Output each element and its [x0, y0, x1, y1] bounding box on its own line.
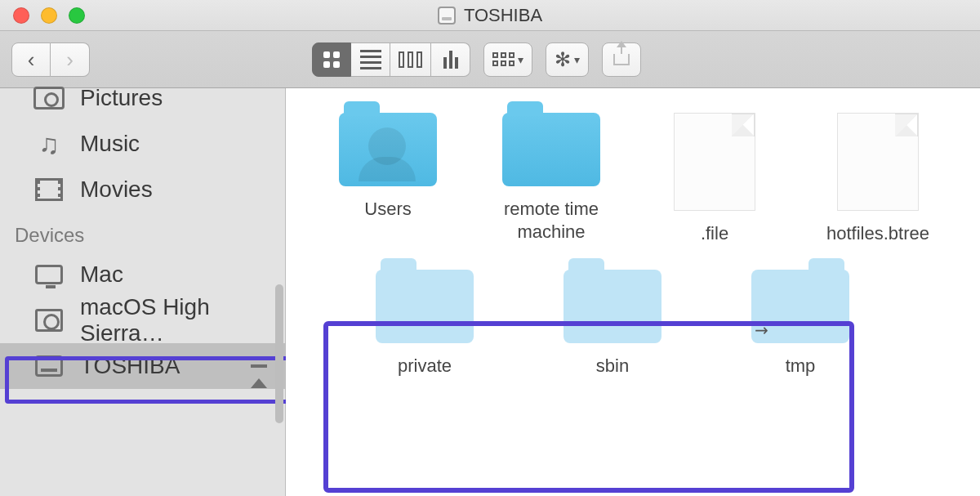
folder-sbin[interactable]: sbin [523, 270, 702, 378]
folder-remote-time-machine[interactable]: remote time machine [474, 113, 629, 245]
sidebar-item-toshiba[interactable]: TOSHIBA [0, 343, 285, 389]
group-by-button[interactable]: ▾ [483, 42, 532, 77]
sidebar-item-label: TOSHIBA [80, 353, 180, 379]
chevron-down-icon: ▾ [518, 53, 523, 66]
folder-private[interactable]: private [335, 270, 514, 378]
disk-icon [438, 7, 456, 25]
monitor-icon [33, 261, 65, 288]
eject-button[interactable] [251, 353, 267, 379]
share-icon [613, 54, 630, 65]
fullscreen-window-button[interactable] [69, 7, 85, 24]
group-icon [492, 52, 514, 66]
user-silhouette-icon [368, 127, 406, 165]
item-label: sbin [596, 355, 629, 378]
window-controls [13, 7, 85, 24]
folder-icon [564, 270, 662, 343]
alias-arrow-icon: ↗ [750, 318, 773, 342]
grid-icon [323, 51, 340, 68]
list-icon [360, 50, 381, 69]
nav-buttons: ‹ › [11, 42, 90, 77]
item-label: remote time machine [474, 198, 629, 243]
gear-icon: ✻ [555, 48, 571, 71]
item-label: private [398, 355, 452, 378]
document-icon [674, 113, 755, 211]
sidebar-item-music[interactable]: ♫ Music [0, 121, 285, 167]
action-menu-button[interactable]: ✻ ▾ [546, 42, 589, 77]
gallery-icon [443, 51, 458, 69]
sidebar-section-devices: Devices [0, 212, 285, 252]
item-label: tmp [786, 355, 816, 378]
close-window-button[interactable] [13, 7, 29, 24]
sidebar-item-label: macOS High Sierra… [80, 294, 267, 346]
window-title-text: TOSHIBA [464, 5, 542, 26]
item-label: hotfiles.btree [826, 222, 929, 245]
sidebar-item-label: Music [80, 131, 140, 157]
sidebar-item-label: Pictures [80, 85, 163, 111]
document-icon [837, 113, 919, 211]
folder-icon [376, 270, 474, 343]
sidebar-item-pictures[interactable]: Pictures [0, 75, 285, 121]
column-view-button[interactable] [390, 42, 431, 77]
folder-users[interactable]: Users [310, 113, 466, 245]
columns-icon [399, 51, 422, 68]
sidebar-item-mac[interactable]: Mac [0, 252, 285, 297]
content-pane: Users remote time machine .file hotfiles… [286, 88, 980, 496]
camera-icon [33, 84, 65, 112]
item-label: Users [364, 198, 411, 221]
view-mode-buttons [312, 42, 470, 77]
chevron-left-icon: ‹ [28, 49, 35, 70]
music-icon: ♫ [33, 130, 65, 158]
icon-grid-row2: private sbin ↗ tmp [310, 253, 956, 402]
sidebar-item-movies[interactable]: Movies [0, 167, 285, 212]
share-button[interactable] [602, 42, 641, 77]
sidebar-item-label: Mac [80, 261, 123, 288]
chevron-down-icon: ▾ [574, 53, 580, 66]
forward-button[interactable]: › [51, 42, 90, 77]
sidebar-item-macos-installer[interactable]: macOS High Sierra… [0, 297, 285, 343]
external-disk-icon [33, 352, 65, 380]
item-label: .file [701, 222, 728, 245]
folder-icon: ↗ [751, 270, 849, 343]
hdd-icon [33, 306, 65, 334]
sidebar-scrollbar[interactable] [275, 284, 283, 423]
folder-icon [339, 113, 437, 186]
icon-grid-row1: Users remote time machine .file hotfiles… [310, 113, 956, 245]
sidebar: Pictures ♫ Music Movies Devices Mac macO… [0, 88, 286, 496]
icon-view-button[interactable] [312, 42, 351, 77]
film-icon [33, 176, 65, 203]
minimize-window-button[interactable] [41, 7, 57, 24]
file-hotfiles-btree[interactable]: hotfiles.btree [800, 113, 956, 245]
window-title: TOSHIBA [0, 5, 980, 26]
list-view-button[interactable] [351, 42, 390, 77]
folder-tmp[interactable]: ↗ tmp [710, 270, 890, 378]
sidebar-item-label: Movies [80, 177, 153, 203]
chevron-right-icon: › [66, 49, 74, 70]
folder-icon [502, 113, 600, 186]
back-button[interactable]: ‹ [11, 42, 51, 77]
eject-icon [251, 353, 267, 388]
titlebar: TOSHIBA [0, 0, 980, 31]
file-dot-file[interactable]: .file [637, 113, 792, 245]
gallery-view-button[interactable] [431, 42, 470, 77]
